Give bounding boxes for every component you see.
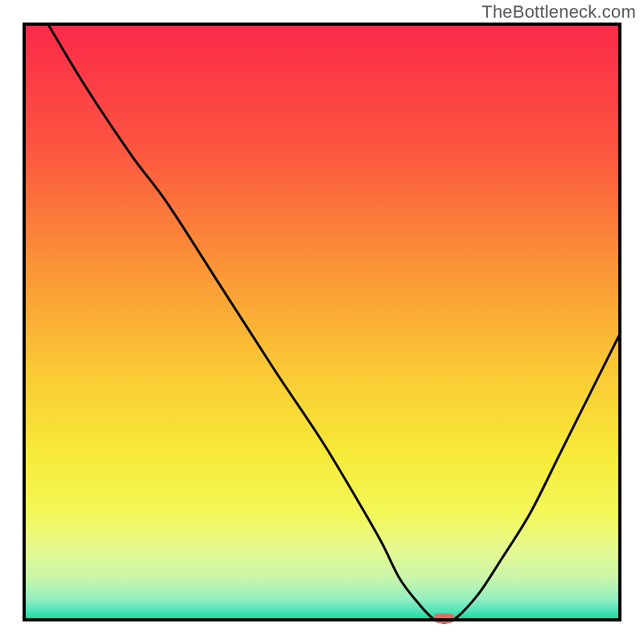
plot-background [24,24,620,620]
bottleneck-chart [0,0,644,644]
watermark-text: TheBottleneck.com [481,2,636,23]
chart-container: { "watermark": "TheBottleneck.com", "cha… [0,0,644,644]
